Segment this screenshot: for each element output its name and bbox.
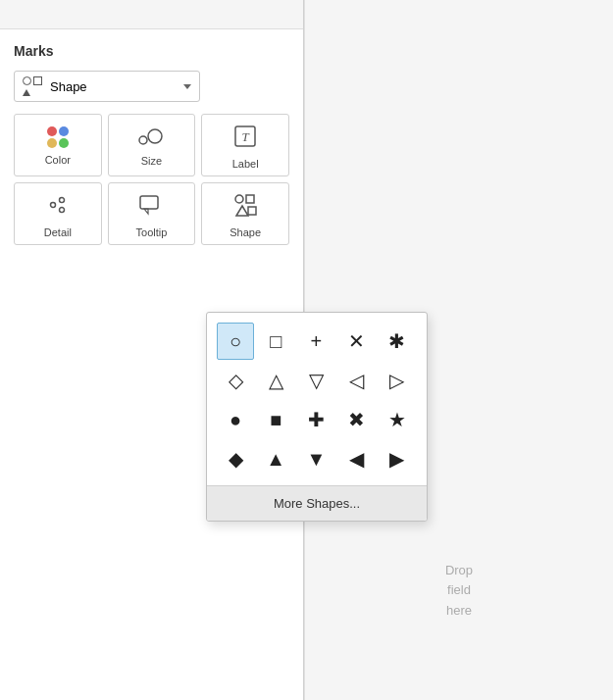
color-dot-blue xyxy=(59,126,69,136)
shape-filled-x[interactable]: ✖ xyxy=(338,401,376,438)
shape-marks-icon xyxy=(232,192,258,221)
shape-picker-popup: ○ □ + ✕ ✱ ◇ △ ▽ ◁ ▷ ● ■ ✚ ✖ ★ ◆ ▲ ▼ ◀ ▶ … xyxy=(206,312,428,522)
shape-filled-triangle-up[interactable]: ▲ xyxy=(257,440,294,477)
shape-hollow-diamond[interactable]: ◇ xyxy=(217,362,254,399)
more-shapes-button[interactable]: More Shapes... xyxy=(207,486,427,521)
shape-hollow-triangle-right[interactable]: ▷ xyxy=(379,362,416,399)
marks-grid: Color Size T xyxy=(14,114,289,245)
dropdown-left: Shape xyxy=(23,76,87,96)
svg-point-6 xyxy=(59,207,64,212)
shape-icon-circle xyxy=(23,76,31,85)
shape-x[interactable]: ✕ xyxy=(338,323,376,360)
drop-line1: Drop xyxy=(445,563,473,577)
drop-line3: here xyxy=(446,603,472,618)
mark-item-size[interactable]: Size xyxy=(108,114,196,176)
mark-label-color: Color xyxy=(45,154,71,166)
shape-marks-svg xyxy=(232,192,258,218)
size-svg xyxy=(137,126,165,148)
shape-filled-star[interactable]: ★ xyxy=(379,401,416,438)
shape-icon-empty xyxy=(33,87,42,96)
mark-item-detail[interactable]: Detail xyxy=(14,182,102,245)
mark-item-label[interactable]: T Label xyxy=(201,114,289,176)
label-svg: T xyxy=(232,124,258,149)
shape-hollow-square[interactable]: □ xyxy=(257,323,294,360)
shape-icon-square xyxy=(33,76,42,85)
mark-item-color[interactable]: Color xyxy=(14,114,102,176)
svg-rect-10 xyxy=(246,195,254,203)
mark-label-label: Label xyxy=(232,158,259,170)
svg-point-1 xyxy=(148,129,162,143)
mark-label-shape: Shape xyxy=(230,226,261,238)
drop-line2: field xyxy=(447,582,471,597)
mark-label-size: Size xyxy=(141,155,162,167)
shape-filled-triangle-right[interactable]: ▶ xyxy=(379,440,416,477)
shape-asterisk[interactable]: ✱ xyxy=(379,323,416,360)
tooltip-svg xyxy=(138,192,164,218)
mark-label-detail: Detail xyxy=(44,226,72,238)
marks-title: Marks xyxy=(14,43,289,59)
shape-plus[interactable]: + xyxy=(297,323,334,360)
shape-hollow-triangle-down[interactable]: ▽ xyxy=(297,362,334,399)
shape-dropdown[interactable]: Shape xyxy=(14,71,200,102)
svg-point-9 xyxy=(235,195,243,203)
svg-point-0 xyxy=(139,136,147,144)
detail-svg xyxy=(45,192,71,218)
shape-filled-diamond[interactable]: ◆ xyxy=(217,440,254,477)
svg-rect-12 xyxy=(248,207,256,215)
shape-hollow-triangle-up[interactable]: △ xyxy=(257,362,294,399)
shape-hollow-circle[interactable]: ○ xyxy=(217,323,254,360)
detail-icon xyxy=(45,192,71,221)
shape-filled-triangle-down[interactable]: ▼ xyxy=(297,440,334,477)
svg-point-5 xyxy=(59,197,64,202)
mark-item-shape[interactable]: Shape xyxy=(201,182,289,245)
chevron-down-icon xyxy=(183,84,191,89)
shape-filled-triangle-left[interactable]: ◀ xyxy=(338,440,376,477)
drop-field-text: Drop field here xyxy=(445,561,473,622)
svg-marker-11 xyxy=(236,206,248,216)
shape-icon-triangle xyxy=(23,89,30,96)
color-dot-red xyxy=(47,126,57,136)
mark-label-tooltip: Tooltip xyxy=(136,226,168,238)
color-dot-yellow xyxy=(47,138,57,148)
svg-text:T: T xyxy=(242,129,250,144)
top-strip xyxy=(0,0,303,29)
dropdown-label: Shape xyxy=(50,79,87,94)
tooltip-icon xyxy=(138,192,164,221)
label-icon: T xyxy=(232,124,258,152)
shape-filled-square[interactable]: ■ xyxy=(257,401,294,438)
color-dot-green xyxy=(59,138,69,148)
svg-point-4 xyxy=(50,202,55,207)
shape-dropdown-icon xyxy=(23,76,42,96)
size-icon xyxy=(137,125,165,149)
svg-rect-7 xyxy=(140,196,158,209)
shape-filled-circle[interactable]: ● xyxy=(217,401,254,438)
shape-hollow-triangle-left[interactable]: ◁ xyxy=(338,362,376,399)
shape-grid: ○ □ + ✕ ✱ ◇ △ ▽ ◁ ▷ ● ■ ✚ ✖ ★ ◆ ▲ ▼ ◀ ▶ xyxy=(217,323,417,477)
mark-item-tooltip[interactable]: Tooltip xyxy=(108,182,196,245)
color-icon xyxy=(44,126,72,148)
shape-filled-plus[interactable]: ✚ xyxy=(297,401,334,438)
